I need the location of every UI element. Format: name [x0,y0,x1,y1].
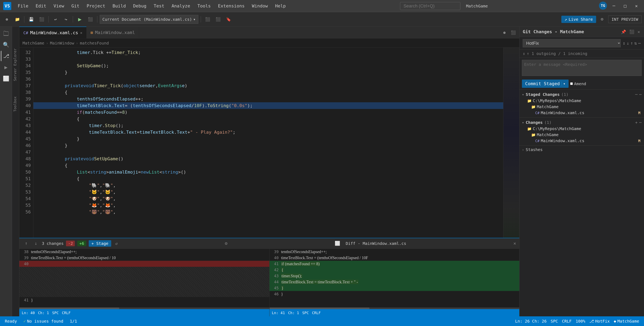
diff-close-button[interactable]: ✕ [514,241,516,246]
staged-more-btn[interactable]: ⋯ [639,92,642,97]
menu-tools[interactable]: Tools [194,2,214,10]
menu-file[interactable]: File [14,2,32,10]
menu-edit[interactable]: Edit [32,2,50,10]
status-ready[interactable]: Ready [3,318,18,324]
profile-button[interactable]: TG [599,2,607,10]
toolbar-format-btn[interactable]: ⬛ [203,15,212,24]
staged-changes-header[interactable]: ▾ Staged Changes (1) ─ ⋯ [522,91,642,98]
diff-right-scrollbar[interactable] [270,307,520,309]
git-sync-btn[interactable]: ⇅ [634,41,637,46]
toolbar-open-btn[interactable]: 📁 [13,15,22,24]
tab-close-icon[interactable]: ✕ [80,31,82,35]
menu-debug[interactable]: Debug [130,2,150,10]
diff-prev-btn[interactable]: ↑ [22,240,30,247]
git-pull-btn[interactable]: ↓ [626,41,629,46]
close-button[interactable]: ✕ [632,2,641,11]
toolbar-debug-btn[interactable]: ⬛ [214,15,223,24]
menu-git[interactable]: Git [68,2,83,10]
search-input[interactable] [400,2,460,10]
menu-view[interactable]: View [50,2,68,10]
changes-more-btn[interactable]: ⋯ [639,120,642,125]
toolbox-label[interactable]: Toolbox [12,95,19,113]
new-tab-btn[interactable]: ⊕ [500,28,509,37]
git-more-btn[interactable]: ⋯ [638,41,641,46]
status-eol-text: CRLF [562,319,572,323]
server-explorer-label[interactable]: Server Explorer [12,47,19,83]
toolbar-undo-btn[interactable]: ↩ [51,15,60,24]
git-panel-pin-btn[interactable]: 📌 [620,29,627,35]
diff-next-btn[interactable]: ↓ [32,240,40,247]
diff-expand-icon[interactable]: ⬜ [335,241,340,246]
stashes-header[interactable]: › Stashes [522,147,642,152]
status-issues[interactable]: ✓ No issues found [22,318,65,324]
menu-project[interactable]: Project [84,2,108,10]
changes-folder-item[interactable]: 📁 MatchGame [530,132,642,138]
status-nav-info[interactable]: 1/1 [68,318,79,324]
staged-minus-btn[interactable]: ─ [635,92,638,97]
activity-extensions[interactable]: ⬜ [1,73,11,84]
toolbar-new-btn[interactable]: ⊕ [2,15,11,24]
live-share-button[interactable]: ↗ Live Share [561,16,596,23]
git-panel-menu-btn[interactable]: ⬛ [628,29,635,35]
status-eol[interactable]: CRLF [560,318,573,324]
changes-plus-btn[interactable]: + [635,120,638,125]
tab-menu-btn[interactable]: ⬛ [509,28,518,37]
staged-repo-item[interactable]: 📁 C:\MyRepos\MatchGame [526,98,642,104]
git-message-input[interactable] [522,60,642,76]
toolbar-build-btn[interactable]: ⬛ [86,15,95,24]
staged-file-item[interactable]: C# MainWindow.xaml.cs M [534,110,642,116]
activity-search[interactable]: 🔍 [1,40,11,50]
commit-staged-dropdown-icon[interactable]: ▾ [561,82,565,86]
toolbar-bookmark-btn[interactable]: 🔖 [224,15,233,24]
git-branch-select[interactable]: HotFix [523,39,621,47]
run-target-dropdown[interactable]: Current Document (MainWindow.xaml.cs) ▾ [100,15,198,24]
diff-settings-icon[interactable]: ⚙ [225,241,228,246]
menu-extensions[interactable]: Extensions [215,2,248,10]
tab-mainwindow-cs-label: MainWindow.xaml.cs [30,30,78,35]
activity-run[interactable]: ▶ [1,62,11,73]
status-enc[interactable]: SPC [549,318,560,324]
status-ln-info[interactable]: Ln: 26 Ch: 26 [514,318,548,324]
maximize-button[interactable]: □ [621,2,630,11]
tab-mainwindow-xaml[interactable]: ⊞ MainWindow.xaml [86,27,139,39]
status-matchgame[interactable]: ◆ MatchGame [612,318,641,324]
toolbar-saveall-btn[interactable]: ⬛ [37,15,46,24]
activity-source-control[interactable]: ⎇ [1,51,11,61]
app-icon: VS [3,2,11,10]
commit-staged-button[interactable]: Commit Staged ▾ [522,80,568,88]
menu-build[interactable]: Build [109,2,129,10]
toolbar-run-btn[interactable]: ▶ [76,15,84,24]
toolbar-save-btn[interactable]: 💾 [27,15,36,24]
toolbar: ⊕ 📁 💾 ⬛ ↩ ↪ ▶ ⬛ Current Document (MainWi… [0,12,644,27]
changes-header[interactable]: ▾ Changes (1) + ⋯ [522,119,642,126]
activity-explorer[interactable] [1,28,11,39]
staged-folder-item[interactable]: 📁 MatchGame [530,104,642,110]
status-zoom[interactable]: 100% [574,318,587,324]
diff-left-scrollbar[interactable] [19,307,269,309]
diff-stage-button[interactable]: + Stage [89,240,111,247]
diff-revert-icon[interactable]: ↺ [115,241,118,246]
git-fetch-btn[interactable]: ↕ [623,41,625,46]
minimize-button[interactable]: ─ [610,2,618,11]
toolbar-redo-btn[interactable]: ↪ [62,15,70,24]
diff-right-code[interactable]: 39 tenthsOfSecondsElapsed++; 40 timeText… [270,249,520,307]
menu-window[interactable]: Window [248,2,271,10]
bc-matchesfound[interactable]: matchesFound [80,41,109,46]
diff-left-code[interactable]: 38 tenthsOfSecondsElapsed++; 39 timeText… [19,249,269,307]
status-branch[interactable]: ⎇ HotFix [588,318,611,324]
int-preview-button[interactable]: INT PREVIEW [608,16,642,23]
bc-matchgame[interactable]: MatchGame [22,41,44,46]
tab-mainwindow-cs[interactable]: C# MainWindow.xaml.cs ✕ [19,27,86,39]
menu-test[interactable]: Test [150,2,168,10]
amend-checkbox-label[interactable]: Amend [570,81,586,86]
git-push-btn[interactable]: ↑ [630,41,633,46]
menu-help[interactable]: Help [272,2,289,10]
staged-repo-icon: 📁 [527,99,532,103]
changes-file-item[interactable]: C# MainWindow.xaml.cs M [534,138,642,144]
bc-mainwindow[interactable]: MainWindow [50,41,74,46]
toolbar-feedback-btn[interactable]: ☺ [598,15,606,24]
amend-checkbox[interactable] [570,82,573,85]
changes-repo-item[interactable]: 📁 C:\MyRepos\MatchGame [526,126,642,132]
menu-analyze[interactable]: Analyze [168,2,194,10]
git-panel-close-btn[interactable]: ✕ [637,29,641,35]
